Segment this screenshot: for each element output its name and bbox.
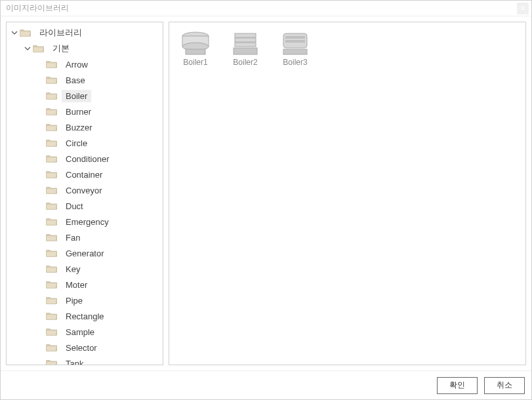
thumbnail-boiler1[interactable]: Boiler1 (176, 29, 215, 67)
tree-node-label: Emergency (62, 216, 113, 228)
boiler-icon (179, 29, 212, 56)
folder-icon (46, 296, 58, 305)
svg-rect-9 (285, 36, 305, 39)
close-button[interactable]: ✕ (517, 3, 529, 14)
tree-node-label: Moter (62, 279, 91, 291)
tree-node-label: Tank (62, 357, 87, 365)
svg-rect-5 (235, 38, 256, 42)
folder-icon (46, 154, 58, 163)
tree-node-tank[interactable]: Tank (7, 355, 163, 365)
footer: 확인 취소 (1, 370, 531, 399)
tree-node-label: Selector (62, 342, 101, 354)
cancel-button-label: 취소 (497, 380, 512, 391)
titlebar: 이미지라이브러리 ✕ (1, 1, 531, 16)
tree-node-label: Fan (62, 231, 84, 244)
tree-node-emergency[interactable]: Emergency (7, 214, 163, 230)
folder-icon (46, 311, 58, 321)
tree-node-default[interactable]: 기본 (7, 41, 163, 56)
thumbnail-boiler3[interactable]: Boiler3 (276, 29, 315, 67)
svg-rect-4 (235, 33, 256, 37)
thumbnail-label: Boiler1 (183, 58, 207, 67)
tree-node-label: Generator (62, 247, 108, 260)
tree-node-rectangle[interactable]: Rectangle (7, 308, 163, 324)
tree-node-moter[interactable]: Moter (7, 277, 163, 292)
folder-icon (46, 107, 58, 116)
tree-node-duct[interactable]: Duct (7, 198, 163, 214)
tree-node-pipe[interactable]: Pipe (7, 292, 163, 308)
tree-node-label: Sample (62, 326, 98, 338)
folder-icon (46, 359, 58, 365)
folder-icon (46, 75, 58, 85)
tree-node-label: Circle (62, 137, 91, 150)
tree-node-label: Boiler (62, 90, 91, 102)
tree-node-label: Burner (62, 106, 95, 118)
folder-icon (46, 327, 58, 336)
tree-node-library[interactable]: 라이브러리 (7, 25, 163, 41)
folder-icon (46, 186, 58, 195)
expander-icon[interactable] (24, 45, 31, 52)
svg-rect-7 (234, 48, 257, 54)
close-icon: ✕ (520, 5, 525, 12)
tree-panel: 라이브러리기본ArrowBaseBoilerBurnerBuzzerCircle… (6, 22, 163, 365)
tree-node-fan[interactable]: Fan (7, 230, 163, 245)
ok-button-label: 확인 (449, 380, 465, 391)
tree-node-label: Container (62, 169, 106, 181)
tree-node-burner[interactable]: Burner (7, 104, 163, 119)
boiler-icon (229, 29, 262, 56)
thumbnail-label: Boiler3 (283, 58, 307, 67)
ok-button[interactable]: 확인 (437, 377, 478, 394)
tree-node-generator[interactable]: Generator (7, 245, 163, 261)
folder-icon (46, 233, 58, 242)
tree-node-label: Pipe (62, 294, 87, 307)
window-title: 이미지라이브러리 (6, 3, 69, 14)
tree-node-key[interactable]: Key (7, 261, 163, 277)
folder-icon (46, 217, 58, 226)
folder-icon (46, 91, 58, 100)
tree-node-selector[interactable]: Selector (7, 340, 163, 355)
folder-icon (46, 170, 58, 179)
tree-node-label: Conditioner (62, 153, 113, 165)
folder-icon (46, 249, 58, 258)
folder-icon (46, 60, 58, 69)
tree-node-label: Conveyor (62, 184, 106, 197)
svg-rect-11 (283, 49, 307, 54)
folder-icon (46, 280, 58, 289)
cancel-button[interactable]: 취소 (484, 377, 525, 394)
tree-node-label: Key (62, 263, 84, 275)
tree-node-label: 기본 (49, 41, 73, 56)
folder-icon (33, 44, 45, 53)
boiler-icon (279, 29, 312, 56)
tree-node-label: Rectangle (62, 310, 108, 323)
tree-node-label: 라이브러리 (35, 26, 86, 40)
tree-node-label: Buzzer (62, 121, 96, 134)
content-area: 라이브러리기본ArrowBaseBoilerBurnerBuzzerCircle… (1, 16, 531, 370)
svg-rect-6 (235, 43, 256, 47)
tree-scroll[interactable]: 라이브러리기본ArrowBaseBoilerBurnerBuzzerCircle… (7, 22, 163, 365)
folder-icon (46, 123, 58, 132)
folder-icon (46, 138, 58, 148)
items-panel: Boiler1Boiler2Boiler3 (169, 22, 526, 365)
folder-icon (46, 264, 58, 273)
tree-node-base[interactable]: Base (7, 72, 163, 88)
tree-node-container[interactable]: Container (7, 167, 163, 182)
tree-node-circle[interactable]: Circle (7, 135, 163, 151)
image-library-window: 이미지라이브러리 ✕ 라이브러리기본ArrowBaseBoilerBurnerB… (0, 0, 532, 400)
tree-node-conveyor[interactable]: Conveyor (7, 182, 163, 198)
expander-icon[interactable] (10, 29, 18, 37)
tree-node-buzzer[interactable]: Buzzer (7, 119, 163, 135)
svg-rect-3 (186, 49, 205, 54)
tree-node-label: Base (62, 74, 89, 87)
tree-node-arrow[interactable]: Arrow (7, 56, 163, 72)
svg-rect-10 (285, 40, 305, 43)
thumbnail-label: Boiler2 (233, 58, 257, 67)
tree-node-sample[interactable]: Sample (7, 324, 163, 340)
tree-node-label: Duct (62, 200, 87, 212)
folder-icon (20, 28, 31, 37)
tree-node-boiler[interactable]: Boiler (7, 88, 163, 104)
tree-node-conditioner[interactable]: Conditioner (7, 151, 163, 167)
tree-node-label: Arrow (62, 58, 92, 71)
folder-icon (46, 343, 58, 352)
thumbnail-boiler2[interactable]: Boiler2 (226, 29, 265, 67)
folder-icon (46, 201, 58, 210)
